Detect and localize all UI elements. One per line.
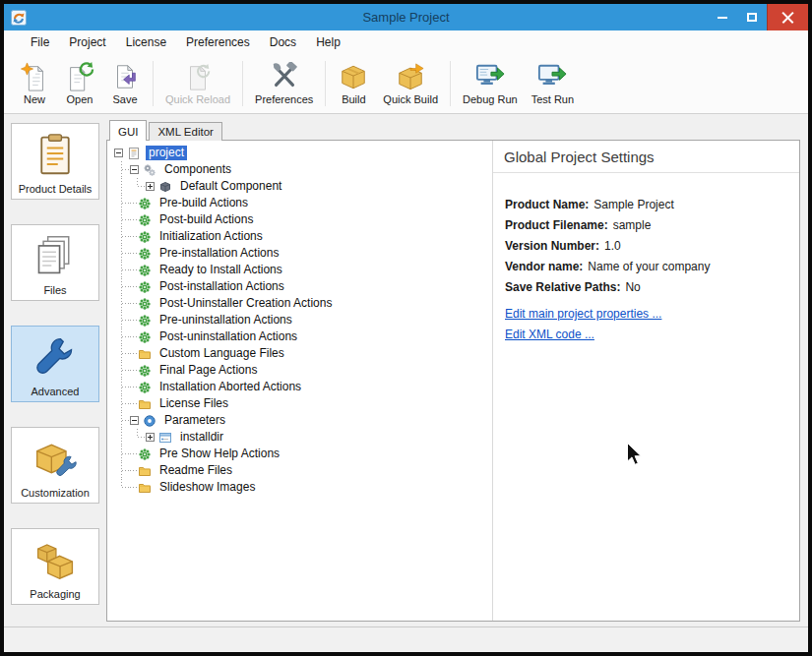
tree-guide [130,278,137,295]
customization-icon [33,437,77,484]
action-icon [138,296,153,311]
debug-run-icon [475,62,505,91]
folder-icon [138,346,153,361]
test-run-icon [537,62,567,91]
field-label: Product Filename: [505,218,608,232]
quick-reload-button[interactable]: Quick Reload [158,58,237,109]
project-icon [127,146,142,160]
preferences-button[interactable]: Preferences [248,58,320,109]
tree-guide [130,446,137,462]
toolbar-separator [153,61,154,106]
installdir-icon [158,430,173,445]
tree-item-pre-uninstallation-actions[interactable]: Pre-uninstallation Actions [114,312,492,328]
build-button[interactable]: Build [331,58,376,109]
save-button[interactable]: Save [102,58,148,109]
toolbar-separator [325,61,326,106]
field-product-name: Product Name:Sample Project [505,198,787,211]
tab-xml-editor[interactable]: XML Editor [149,122,221,141]
tree-item-post-uninstaller-creation-actions[interactable]: Post-Uninstaller Creation Actions [114,295,492,312]
menu-file[interactable]: File [21,32,59,52]
tree-item-label: Components [161,162,234,177]
sidebar-item-packaging[interactable]: Packaging [11,528,99,605]
field-label: Product Name: [505,198,589,211]
link-edit-main-project-properties[interactable]: Edit main project properties ... [505,307,661,321]
field-value: No [625,280,640,294]
tree-item-post-uninstallation-actions[interactable]: Post-uninstallation Actions [114,328,492,345]
tab-gui[interactable]: GUI [109,120,147,141]
tree-item-label: Post-Uninstaller Creation Actions [156,296,335,311]
maximize-button[interactable] [737,4,767,30]
tree-guide [114,362,130,379]
tree-item-project[interactable]: project [114,145,492,161]
menu-license[interactable]: License [116,32,176,52]
tree-guide [114,312,130,328]
quick-reload-icon [183,62,213,91]
toolbar-button-label: Quick Build [383,93,438,105]
tree-item-installation-aborted-actions[interactable]: Installation Aborted Actions [114,379,492,395]
tree-expander-plus[interactable] [146,433,155,442]
details-body: Product Name:Sample ProjectProduct Filen… [493,173,799,348]
folder-icon [138,396,153,411]
tree-guide [114,262,130,278]
sidebar-item-customization[interactable]: Customization [11,427,99,504]
menu-help[interactable]: Help [306,32,350,52]
tree-item-post-build-actions[interactable]: Post-build Actions [114,211,492,228]
action-icon [138,313,153,328]
tree-item-custom-language-files[interactable]: Custom Language Files [114,345,492,362]
menu-preferences[interactable]: Preferences [176,32,260,52]
tree-item-parameters[interactable]: Parameters [114,412,492,429]
new-icon [20,62,49,91]
tree-item-components[interactable]: Components [114,161,492,178]
close-button[interactable] [767,4,808,30]
open-button[interactable]: Open [57,58,102,109]
toolbar-button-label: Save [112,93,137,105]
sidebar-item-advanced[interactable]: Advanced [11,326,99,402]
main-area: Product DetailsFilesAdvancedCustomizatio… [4,114,808,626]
test-run-button[interactable]: Test Run [525,58,581,109]
tree-guide [130,328,137,345]
link-edit-xml-code[interactable]: Edit XML code ... [505,328,594,341]
tree-expander-minus[interactable] [114,149,123,157]
tree-item-post-installation-actions[interactable]: Post-installation Actions [114,278,492,295]
sidebar-item-product-details[interactable]: Product Details [11,123,99,200]
toolbar-button-label: Debug Run [463,93,518,105]
tree-item-final-page-actions[interactable]: Final Page Actions [114,362,492,379]
tree-item-readme-files[interactable]: Readme Files [114,462,492,479]
action-icon [138,447,153,461]
debug-run-button[interactable]: Debug Run [456,58,525,109]
tree-expander-minus[interactable] [130,165,139,174]
tree-item-label: Pre-build Actions [156,196,251,210]
menu-project[interactable]: Project [59,32,115,52]
tree-guide [130,211,137,228]
tree-item-pre-build-actions[interactable]: Pre-build Actions [114,195,492,211]
tree-item-default-component[interactable]: Default Component [114,178,492,195]
tree-item-license-files[interactable]: License Files [114,395,492,412]
tree-item-slideshow-images[interactable]: Slideshow Images [114,479,492,496]
tree-item-pre-show-help-actions[interactable]: Pre Show Help Actions [114,446,492,462]
toolbar-button-label: Test Run [531,93,574,105]
tree-item-label: Readme Files [156,463,235,478]
minimize-icon [718,17,727,19]
field-label: Vendor name: [505,260,583,273]
details-fields: Product Name:Sample ProjectProduct Filen… [505,198,787,294]
tree-expander-plus[interactable] [146,182,155,191]
tree-expander-minus[interactable] [130,416,139,425]
tree-item-pre-installation-actions[interactable]: Pre-installation Actions [114,245,492,262]
sidebar-item-files[interactable]: Files [11,224,99,301]
menu-docs[interactable]: Docs [260,32,306,52]
open-icon [65,62,94,91]
quick-build-button[interactable]: Quick Build [376,58,445,109]
tree-item-ready-to-install-actions[interactable]: Ready to Install Actions [114,262,492,278]
tree-item-installdir[interactable]: installdir [114,429,492,446]
tree-guide [114,328,130,345]
tree-guide [130,462,137,479]
tree-item-initialization-actions[interactable]: Initialization Actions [114,228,492,245]
new-button[interactable]: New [12,58,57,109]
minimize-button[interactable] [708,4,737,30]
field-label: Version Number: [505,239,599,253]
field-value: sample [613,218,652,232]
app-window: Sample Project FileProjectLicensePrefere… [0,0,812,656]
tree-guide [114,278,130,295]
window-title: Sample Project [4,10,808,25]
tree-item-label: installdir [177,430,226,445]
